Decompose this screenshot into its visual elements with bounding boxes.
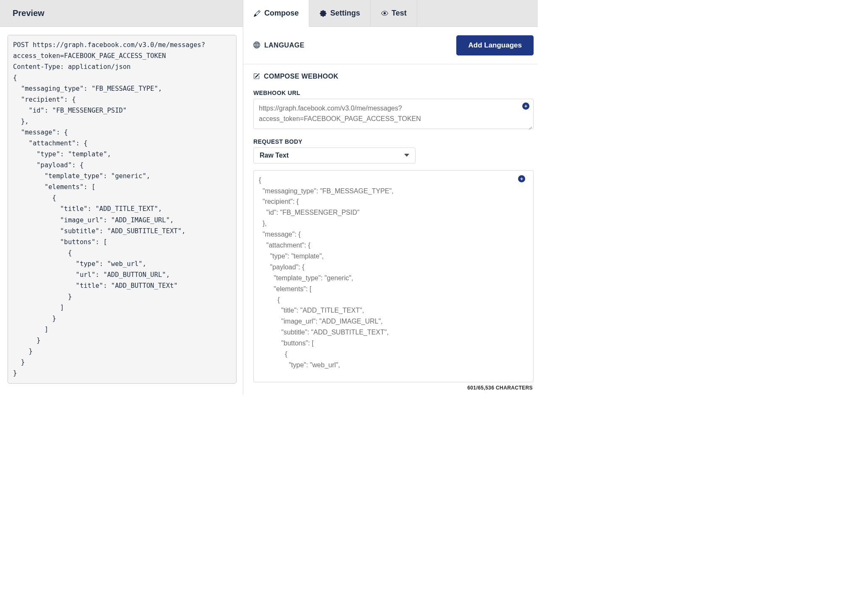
gear-icon (319, 10, 327, 17)
globe-icon (253, 42, 261, 49)
compose-section-title-text: COMPOSE WEBHOOK (264, 73, 339, 80)
request-body-wrap: + (253, 170, 534, 382)
webhook-url-label: WEBHOOK URL (253, 90, 534, 96)
tab-test-label: Test (392, 9, 407, 18)
tabs-bar: Compose Settings Test (243, 0, 538, 27)
tab-test[interactable]: Test (371, 0, 417, 26)
preview-code: POST https://graph.facebook.com/v3.0/me/… (8, 35, 237, 384)
tab-compose-label: Compose (264, 9, 299, 18)
preview-header: Preview (0, 0, 243, 27)
webhook-url-input[interactable]: https://graph.facebook.com/v3.0/me/messa… (253, 99, 534, 129)
preview-panel: Preview POST https://graph.facebook.com/… (0, 0, 243, 394)
eye-icon (381, 10, 388, 17)
character-count: 601/65,536 CHARACTERS (253, 382, 534, 391)
tab-compose[interactable]: Compose (243, 0, 309, 27)
body-format-value: Raw Text (260, 152, 289, 159)
edit-square-icon (253, 73, 260, 80)
tab-settings[interactable]: Settings (309, 0, 371, 26)
compose-panel: Compose Settings Test LANGUAGE (243, 0, 538, 394)
compose-form: COMPOSE WEBHOOK WEBHOOK URL https://grap… (243, 64, 538, 394)
preview-title: Preview (13, 8, 45, 18)
chevron-down-icon (404, 154, 409, 157)
request-body-label: REQUEST BODY (253, 138, 534, 145)
language-bar: LANGUAGE Add Languages (243, 27, 538, 64)
request-body-input[interactable] (253, 170, 534, 382)
tab-settings-label: Settings (330, 9, 360, 18)
add-languages-button[interactable]: Add Languages (456, 35, 534, 55)
language-label-text: LANGUAGE (264, 42, 305, 49)
pencil-icon (253, 10, 261, 17)
webhook-url-field-wrap: https://graph.facebook.com/v3.0/me/messa… (253, 99, 534, 129)
language-label: LANGUAGE (253, 42, 305, 49)
plus-icon[interactable]: + (518, 175, 525, 182)
plus-icon[interactable]: + (522, 103, 529, 110)
body-format-select[interactable]: Raw Text (253, 147, 416, 163)
compose-section-title: COMPOSE WEBHOOK (253, 73, 534, 80)
